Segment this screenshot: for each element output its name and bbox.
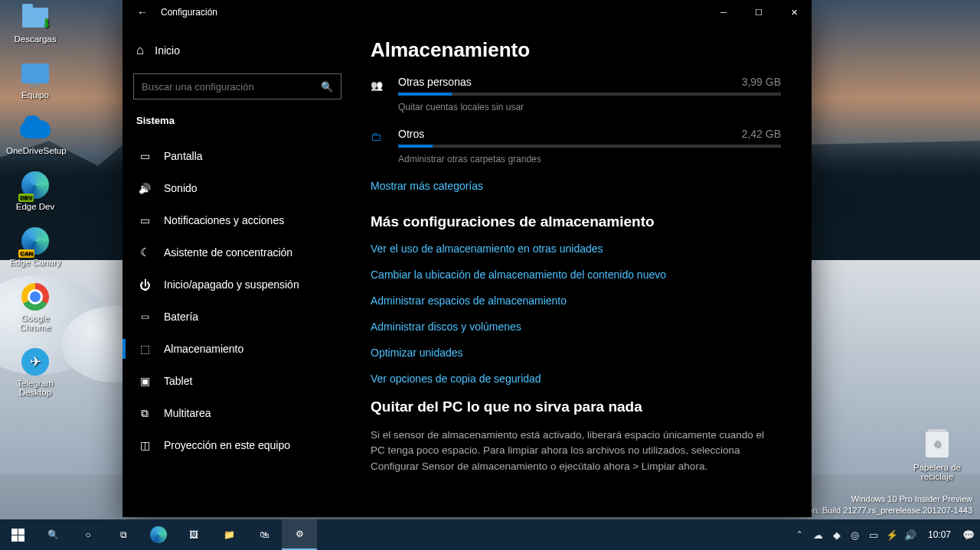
storage-size: 2,42 GB (742, 128, 781, 140)
storage-settings-link[interactable]: Ver el uso de almacenamiento en otras un… (371, 242, 781, 255)
search-box[interactable]: 🔍 (133, 73, 341, 99)
desktop-icon-label: OneDriveSetup (6, 146, 64, 155)
storage-category[interactable]: Otras personas3,99 GB Quitar cuentas loc… (371, 76, 781, 112)
tray-battery-icon[interactable]: ▭ (867, 528, 880, 542)
desktop-icon-edge-canary[interactable]: CAN Edge Canary (6, 226, 64, 267)
sidebar-item-label: Notificaciones y acciones (164, 214, 284, 226)
storage-hint: Quitar cuentas locales sin usar (398, 102, 781, 112)
sidebar-item-label: Multitarea (164, 407, 211, 419)
desktop-icon-edge-dev[interactable]: DEV Edge Dev (6, 171, 64, 211)
titlebar: ← Configuración ─ ☐ ✕ (122, 0, 812, 24)
storage-icon (138, 342, 152, 356)
window-title: Configuración (161, 7, 217, 18)
storage-settings-link[interactable]: Optimizar unidades (371, 347, 781, 359)
sidebar: Inicio 🔍 Sistema PantallaSonidoNotificac… (122, 24, 352, 517)
main-content: Almacenamiento Otras personas3,99 GB Qui… (352, 24, 812, 517)
sidebar-item-concentracion[interactable]: Asistente de concentración (129, 236, 346, 268)
home-button[interactable]: Inicio (129, 35, 346, 70)
project-icon (138, 438, 152, 452)
tray-chevron-up-icon[interactable]: ˄ (793, 528, 807, 542)
sidebar-item-sonido[interactable]: Sonido (129, 172, 346, 204)
taskbar-app-settings[interactable]: ⚙ (282, 519, 317, 550)
tablet-icon (138, 374, 152, 388)
sidebar-item-proyeccion[interactable]: Proyección en este equipo (129, 429, 346, 461)
sidebar-item-almacenamiento[interactable]: Almacenamiento (129, 333, 346, 365)
storage-settings-link[interactable]: Ver opciones de copia de seguridad (371, 373, 781, 385)
desktop-icon-downloads[interactable]: ⬇ Descargas (6, 3, 64, 44)
power-icon (138, 278, 152, 291)
taskbar-app-explorer[interactable]: 📁 (211, 519, 247, 550)
sidebar-item-bateria[interactable]: Batería (129, 301, 346, 333)
sidebar-item-energia[interactable]: Inicio/apagado y suspensión (129, 268, 346, 301)
sidebar-item-label: Batería (164, 311, 198, 323)
home-label: Inicio (155, 44, 180, 57)
desktop-icon-label: Equipo (6, 90, 64, 99)
desktop-icon-computer[interactable]: Equipo (6, 59, 64, 99)
cortana-button[interactable]: ○ (70, 519, 106, 550)
multi-icon (138, 406, 152, 420)
desktop-icons-column: ⬇ Descargas Equipo OneDriveSetup DEV Edg… (6, 3, 80, 412)
back-button[interactable]: ← (129, 6, 156, 18)
close-button[interactable]: ✕ (776, 0, 812, 24)
storage-settings-link[interactable]: Administrar discos y volúmenes (371, 321, 781, 333)
taskbar-clock[interactable]: 10:07 (922, 529, 957, 540)
storage-bar (398, 93, 781, 96)
notif-icon (138, 213, 152, 227)
storage-size: 3,99 GB (742, 76, 781, 88)
sidebar-item-tablet[interactable]: Tablet (129, 365, 346, 397)
tray-location-icon[interactable]: ◎ (848, 528, 862, 542)
cleanup-description: Si el sensor de almacenamiento está acti… (371, 428, 781, 474)
tray-onedrive-icon[interactable]: ☁ (812, 528, 825, 542)
storage-settings-link[interactable]: Administrar espacios de almacenamiento (371, 295, 781, 307)
sidebar-item-label: Pantalla (164, 150, 203, 162)
sidebar-item-label: Proyección en este equipo (164, 439, 290, 451)
desktop-icon-label: Google Chrome (6, 314, 64, 332)
desktop-icon-label: Edge Canary (6, 258, 64, 267)
tray-app-icon[interactable]: ◆ (830, 528, 844, 542)
taskbar: 🔍 ○ ⧉ 🖼 📁 🛍 ⚙ ˄ ☁ ◆ ◎ ▭ ⚡ 🔊 10:07 💬 (0, 519, 980, 550)
maximize-button[interactable]: ☐ (741, 0, 776, 24)
sidebar-item-label: Inicio/apagado y suspensión (164, 278, 299, 291)
desktop-icon-label: Papelera de reciclaje (905, 463, 969, 481)
desktop-icon-label: Edge Dev (6, 202, 64, 211)
sidebar-item-multitarea[interactable]: Multitarea (129, 397, 346, 429)
storage-hint: Administrar otras carpetas grandes (398, 154, 781, 164)
start-button[interactable] (0, 519, 35, 550)
storage-bar (398, 145, 781, 148)
tray-wifi-icon[interactable]: ⚡ (885, 528, 899, 542)
show-more-link[interactable]: Mostrar más categorías (371, 180, 781, 192)
minimize-button[interactable]: ─ (706, 0, 741, 24)
sidebar-item-label: Tablet (164, 375, 192, 387)
cleanup-heading: Quitar del PC lo que no sirva para nada (371, 399, 781, 415)
sidebar-item-label: Asistente de concentración (164, 246, 292, 259)
desktop-icon-onedrive[interactable]: OneDriveSetup (6, 115, 64, 155)
section-label: Sistema (129, 113, 346, 140)
display-icon (138, 149, 152, 163)
sidebar-item-label: Almacenamiento (164, 343, 243, 355)
taskbar-search-button[interactable]: 🔍 (35, 519, 70, 550)
desktop-icon-label: Telegram Desktop (6, 379, 64, 397)
sidebar-item-notificaciones[interactable]: Notificaciones y acciones (129, 204, 346, 236)
storage-settings-link[interactable]: Cambiar la ubicación de almacenamiento d… (371, 268, 781, 281)
sidebar-item-pantalla[interactable]: Pantalla (129, 140, 346, 172)
taskbar-app-store[interactable]: 🛍 (247, 519, 282, 550)
taskbar-app-edge[interactable] (141, 519, 176, 550)
focus-icon (138, 246, 152, 259)
tray-volume-icon[interactable]: 🔊 (903, 528, 917, 542)
action-center-icon[interactable]: 💬 (962, 528, 975, 542)
home-icon (136, 43, 144, 58)
task-view-button[interactable]: ⧉ (106, 519, 141, 550)
taskbar-app-photos[interactable]: 🖼 (176, 519, 211, 550)
folder-icon (371, 129, 387, 164)
battery-icon (138, 310, 152, 324)
sound-icon (138, 181, 152, 195)
search-input[interactable] (142, 81, 321, 93)
desktop-icon-recycle-bin[interactable]: ♲ Papelera de reciclaje (905, 428, 969, 481)
storage-name: Otras personas (398, 76, 472, 88)
desktop-icon-chrome[interactable]: Google Chrome (6, 282, 64, 332)
desktop-icon-label: Descargas (6, 34, 64, 44)
more-settings-heading: Más configuraciones de almacenamiento (371, 213, 781, 230)
sidebar-item-label: Sonido (164, 182, 198, 194)
storage-category[interactable]: Otros2,42 GB Administrar otras carpetas … (371, 128, 781, 164)
desktop-icon-telegram[interactable]: ✈ Telegram Desktop (6, 347, 64, 397)
